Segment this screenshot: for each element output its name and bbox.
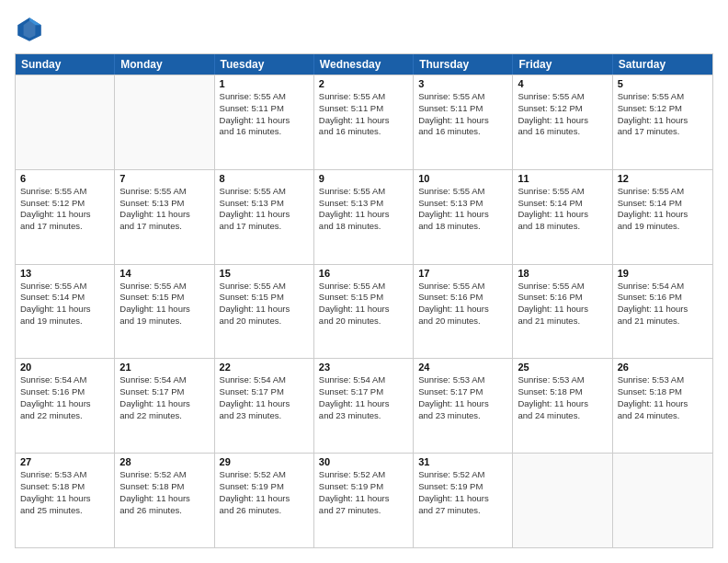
page: SundayMondayTuesdayWednesdayThursdayFrid… <box>0 0 728 563</box>
cell-line: and 26 minutes. <box>119 505 209 517</box>
cell-line: Daylight: 11 hours <box>220 304 309 316</box>
cell-line: Sunset: 5:17 PM <box>319 386 408 398</box>
calendar-cell: 20Sunrise: 5:54 AMSunset: 5:16 PMDayligh… <box>16 359 115 453</box>
calendar: SundayMondayTuesdayWednesdayThursdayFrid… <box>15 53 713 548</box>
cell-line: and 17 minutes. <box>618 126 708 138</box>
cell-line: Daylight: 11 hours <box>20 398 109 410</box>
calendar-cell: 17Sunrise: 5:55 AMSunset: 5:16 PMDayligh… <box>414 265 513 359</box>
cell-line: and 17 minutes. <box>119 221 209 233</box>
calendar-row: 27Sunrise: 5:53 AMSunset: 5:18 PMDayligh… <box>16 453 712 547</box>
cell-line: Sunrise: 5:55 AM <box>418 91 507 103</box>
cell-line: Daylight: 11 hours <box>618 209 708 221</box>
calendar-cell <box>513 454 612 547</box>
day-number: 10 <box>418 173 507 184</box>
cell-line: Sunset: 5:12 PM <box>20 198 109 210</box>
header <box>15 15 713 44</box>
cell-line: Daylight: 11 hours <box>618 115 708 127</box>
calendar-cell: 31Sunrise: 5:52 AMSunset: 5:19 PMDayligh… <box>414 454 513 547</box>
cell-line: Sunset: 5:17 PM <box>119 386 209 398</box>
day-number: 22 <box>220 362 309 373</box>
day-number: 27 <box>20 456 109 467</box>
calendar-cell: 28Sunrise: 5:52 AMSunset: 5:18 PMDayligh… <box>115 454 214 547</box>
cell-line: Daylight: 11 hours <box>518 209 607 221</box>
cell-line: Sunset: 5:13 PM <box>119 198 209 210</box>
cell-line: Daylight: 11 hours <box>418 304 507 316</box>
cell-line: Sunrise: 5:54 AM <box>618 281 708 293</box>
cell-line: Sunrise: 5:53 AM <box>20 469 109 481</box>
cell-line: Sunset: 5:13 PM <box>319 198 408 210</box>
cell-line: and 18 minutes. <box>418 221 507 233</box>
calendar-cell: 10Sunrise: 5:55 AMSunset: 5:13 PMDayligh… <box>414 170 513 264</box>
cell-line: Daylight: 11 hours <box>119 398 209 410</box>
cell-line: and 24 minutes. <box>518 410 607 422</box>
cell-line: Daylight: 11 hours <box>20 304 109 316</box>
cell-line: and 20 minutes. <box>220 316 309 327</box>
cell-line: and 20 minutes. <box>418 316 507 327</box>
calendar-cell: 23Sunrise: 5:54 AMSunset: 5:17 PMDayligh… <box>314 359 414 453</box>
cell-line: Daylight: 11 hours <box>20 209 109 221</box>
calendar-cell: 24Sunrise: 5:53 AMSunset: 5:17 PMDayligh… <box>414 359 513 453</box>
cell-line: Sunset: 5:18 PM <box>518 386 607 398</box>
day-number: 19 <box>618 268 708 279</box>
cell-line: Sunrise: 5:52 AM <box>418 469 507 481</box>
cell-line: Sunset: 5:15 PM <box>319 292 408 304</box>
cell-line: and 21 minutes. <box>518 316 607 327</box>
cell-line: Sunrise: 5:55 AM <box>220 186 309 198</box>
cell-line: Sunset: 5:16 PM <box>418 292 507 304</box>
cell-line: Daylight: 11 hours <box>319 493 408 505</box>
cell-line: Sunset: 5:16 PM <box>20 386 109 398</box>
weekday-header: Friday <box>513 54 612 75</box>
calendar-cell: 25Sunrise: 5:53 AMSunset: 5:18 PMDayligh… <box>513 359 612 453</box>
cell-line: Sunset: 5:18 PM <box>119 481 209 493</box>
calendar-header: SundayMondayTuesdayWednesdayThursdayFrid… <box>16 54 712 75</box>
cell-line: Sunset: 5:13 PM <box>418 198 507 210</box>
cell-line: Daylight: 11 hours <box>518 398 607 410</box>
day-number: 30 <box>319 456 408 467</box>
cell-line: and 27 minutes. <box>418 505 507 517</box>
cell-line: Sunrise: 5:55 AM <box>518 186 607 198</box>
weekday-header: Saturday <box>613 54 712 75</box>
logo <box>15 15 48 44</box>
cell-line: and 17 minutes. <box>20 221 109 233</box>
cell-line: Sunrise: 5:55 AM <box>518 281 607 293</box>
day-number: 6 <box>20 173 109 184</box>
cell-line: Sunset: 5:12 PM <box>618 103 708 115</box>
cell-line: Sunrise: 5:55 AM <box>319 281 408 293</box>
cell-line: Daylight: 11 hours <box>119 304 209 316</box>
cell-line: Sunset: 5:14 PM <box>20 292 109 304</box>
calendar-cell <box>613 454 712 547</box>
day-number: 20 <box>20 362 109 373</box>
cell-line: Sunrise: 5:52 AM <box>220 469 309 481</box>
cell-line: Daylight: 11 hours <box>220 493 309 505</box>
calendar-cell: 21Sunrise: 5:54 AMSunset: 5:17 PMDayligh… <box>115 359 214 453</box>
cell-line: Sunrise: 5:54 AM <box>20 374 109 386</box>
calendar-cell <box>115 75 214 169</box>
cell-line: Sunrise: 5:54 AM <box>220 374 309 386</box>
cell-line: Sunset: 5:14 PM <box>618 198 708 210</box>
cell-line: Sunset: 5:11 PM <box>220 103 309 115</box>
cell-line: and 16 minutes. <box>518 126 607 138</box>
cell-line: Sunset: 5:16 PM <box>618 292 708 304</box>
cell-line: Daylight: 11 hours <box>418 209 507 221</box>
calendar-cell <box>16 75 115 169</box>
cell-line: Sunset: 5:15 PM <box>119 292 209 304</box>
cell-line: Sunrise: 5:55 AM <box>220 91 309 103</box>
cell-line: Sunset: 5:11 PM <box>319 103 408 115</box>
cell-line: Daylight: 11 hours <box>518 304 607 316</box>
cell-line: Sunset: 5:14 PM <box>518 198 607 210</box>
cell-line: Sunrise: 5:52 AM <box>319 469 408 481</box>
day-number: 4 <box>518 78 607 89</box>
calendar-cell: 4Sunrise: 5:55 AMSunset: 5:12 PMDaylight… <box>513 75 612 169</box>
calendar-cell: 16Sunrise: 5:55 AMSunset: 5:15 PMDayligh… <box>314 265 414 359</box>
calendar-cell: 30Sunrise: 5:52 AMSunset: 5:19 PMDayligh… <box>314 454 414 547</box>
cell-line: and 20 minutes. <box>319 316 408 327</box>
calendar-cell: 22Sunrise: 5:54 AMSunset: 5:17 PMDayligh… <box>215 359 314 453</box>
cell-line: Sunrise: 5:55 AM <box>319 186 408 198</box>
cell-line: and 16 minutes. <box>220 126 309 138</box>
day-number: 17 <box>418 268 507 279</box>
day-number: 2 <box>319 78 408 89</box>
cell-line: and 23 minutes. <box>220 410 309 422</box>
cell-line: and 17 minutes. <box>220 221 309 233</box>
cell-line: Daylight: 11 hours <box>220 398 309 410</box>
cell-line: Daylight: 11 hours <box>418 493 507 505</box>
